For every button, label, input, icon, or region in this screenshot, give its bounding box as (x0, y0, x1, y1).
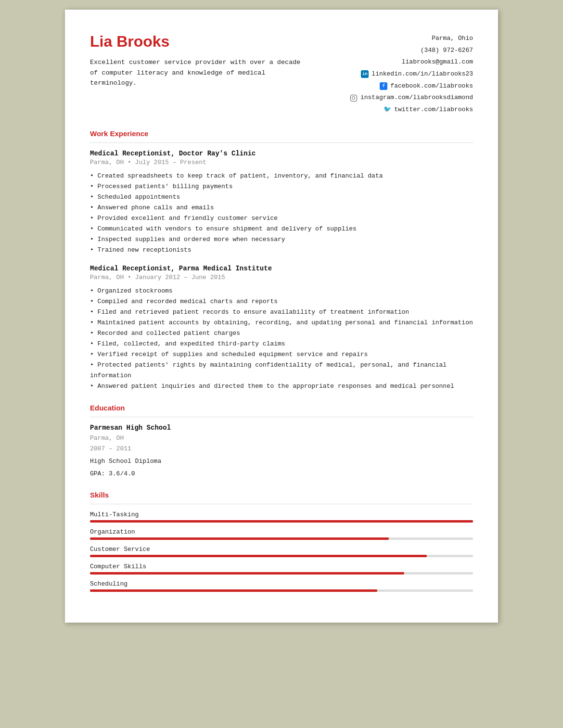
location-text: Parma, Ohio (350, 33, 473, 45)
job-1-bullets: Created spreadsheets to keep track of pa… (90, 171, 473, 256)
skill-row: Organization (90, 528, 473, 540)
skill-name: Customer Service (90, 546, 473, 553)
linkedin-line: in linkedin.com/in/liabrooks23 (350, 68, 473, 80)
list-item: Scheduled appointments (90, 192, 473, 203)
instagram-line: instagram.com/liabrooksdiamond (350, 92, 473, 104)
instagram-icon (350, 94, 358, 102)
skill-row: Scheduling (90, 580, 473, 592)
gpa-text: GPA: 3.6/4.0 (90, 469, 473, 479)
degree-text: High School Diploma (90, 456, 473, 467)
list-item: Processed patients' billing payments (90, 181, 473, 192)
twitter-icon: 🐦 (384, 106, 391, 114)
skills-list: Multi-TaskingOrganizationCustomer Servic… (90, 511, 473, 592)
twitter-text: twitter.com/liabrooks (394, 104, 473, 116)
header-section: Lia Brooks Excellent customer service pr… (90, 33, 473, 116)
skill-bar-background (90, 537, 473, 540)
skill-name: Scheduling (90, 580, 473, 588)
job-1: Medical Receptionist, Doctor Ray's Clini… (90, 150, 473, 256)
skills-divider (90, 504, 473, 504)
list-item: Maintained patient accounts by obtaining… (90, 318, 473, 328)
summary-text: Excellent customer service provider with… (90, 57, 311, 89)
email-text: liabrooks@gmail.com (402, 56, 473, 68)
list-item: Verified receipt of supplies and schedul… (90, 349, 473, 360)
instagram-text: instagram.com/liabrooksdiamond (360, 92, 473, 104)
skill-bar-fill (90, 589, 377, 592)
job-2: Medical Receptionist, Parma Medical Inst… (90, 265, 473, 392)
list-item: Organized stockrooms (90, 286, 473, 296)
work-experience-section: Work Experience Medical Receptionist, Do… (90, 129, 473, 392)
school-name: Parmesan High School (90, 424, 473, 432)
list-item: Communicated with vendors to ensure ship… (90, 224, 473, 234)
job-2-bullets: Organized stockrooms Compiled and record… (90, 286, 473, 392)
skill-bar-fill (90, 520, 473, 523)
education-title: Education (90, 404, 473, 412)
list-item: Answered patient inquiries and directed … (90, 381, 473, 392)
skill-bar-background (90, 589, 473, 592)
school-location: Parma, OH (90, 433, 473, 444)
skill-row: Computer Skills (90, 563, 473, 575)
facebook-line: f facebook.com/liabrooks (350, 80, 473, 92)
list-item: Filed, collected, and expedited third-pa… (90, 339, 473, 349)
list-item: Filed and retrieved patient records to e… (90, 307, 473, 318)
list-item: Recorded and collected patient charges (90, 328, 473, 339)
facebook-icon: f (380, 82, 387, 90)
header-right: Parma, Ohio (348) 972-6267 liabrooks@gma… (350, 33, 473, 116)
job-2-title: Medical Receptionist, Parma Medical Inst… (90, 265, 473, 272)
skill-bar-background (90, 555, 473, 557)
list-item: Provided excellent and friendly customer… (90, 213, 473, 224)
work-divider (90, 142, 473, 143)
skill-row: Customer Service (90, 546, 473, 557)
list-item: Created spreadsheets to keep track of pa… (90, 171, 473, 181)
resume-page: Lia Brooks Excellent customer service pr… (65, 10, 498, 623)
skills-section: Skills Multi-TaskingOrganizationCustomer… (90, 491, 473, 592)
skill-bar-background (90, 520, 473, 523)
header-left: Lia Brooks Excellent customer service pr… (90, 33, 350, 89)
education-divider (90, 417, 473, 417)
skill-bar-fill (90, 572, 404, 575)
email-line: liabrooks@gmail.com (350, 56, 473, 68)
skill-row: Multi-Tasking (90, 511, 473, 523)
linkedin-icon: in (361, 70, 369, 78)
job-2-meta: Parma, OH • January 2012 – June 2015 (90, 274, 473, 281)
list-item: Inspected supplies and ordered more when… (90, 234, 473, 245)
skill-bar-background (90, 572, 473, 575)
list-item: Protected patients' rights by maintainin… (90, 360, 473, 381)
skills-title: Skills (90, 491, 473, 499)
skill-name: Organization (90, 528, 473, 536)
linkedin-text: linkedin.com/in/liabrooks23 (371, 68, 473, 80)
list-item: Answered phone calls and emails (90, 203, 473, 213)
education-section: Education Parmesan High School Parma, OH… (90, 404, 473, 479)
skill-bar-fill (90, 537, 389, 540)
job-1-title: Medical Receptionist, Doctor Ray's Clini… (90, 150, 473, 157)
twitter-line: 🐦 twitter.com/liabrooks (350, 104, 473, 116)
phone-text: (348) 972-6267 (350, 45, 473, 57)
school-years: 2007 – 2011 (90, 444, 473, 454)
list-item: Trained new receptionists (90, 245, 473, 255)
job-1-meta: Parma, OH • July 2015 – Present (90, 159, 473, 166)
skill-name: Multi-Tasking (90, 511, 473, 518)
skill-bar-fill (90, 555, 427, 557)
work-experience-title: Work Experience (90, 129, 473, 138)
facebook-text: facebook.com/liabrooks (390, 80, 473, 92)
list-item: Compiled and recorded medical charts and… (90, 296, 473, 307)
skill-name: Computer Skills (90, 563, 473, 570)
candidate-name: Lia Brooks (90, 33, 350, 51)
